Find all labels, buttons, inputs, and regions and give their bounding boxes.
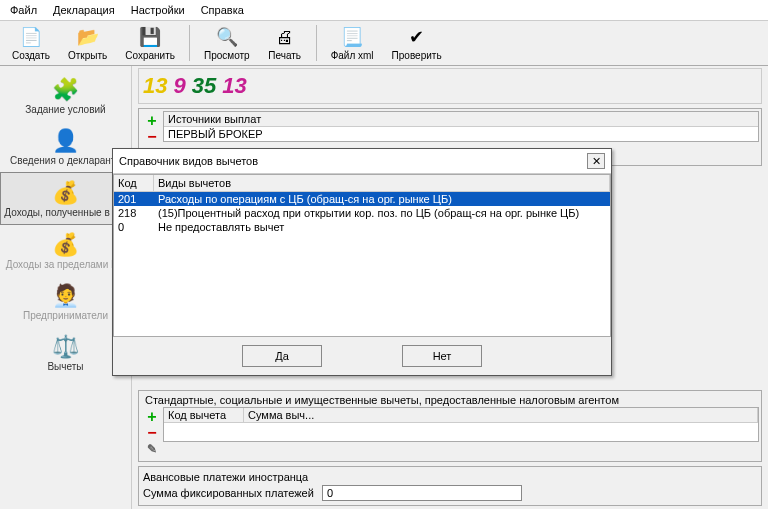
dialog-no-button[interactable]: Нет xyxy=(402,345,482,367)
deductions-controls: + − ✎ xyxy=(141,407,163,459)
save-icon: 💾 xyxy=(138,25,162,49)
dialog-col-type[interactable]: Виды вычетов xyxy=(154,175,610,191)
advance-title: Авансовые платежи иностранца xyxy=(143,471,757,483)
deduction-edit-button[interactable]: ✎ xyxy=(143,441,161,457)
tree-icon: 🧩 xyxy=(52,76,80,104)
scales-icon: ⚖️ xyxy=(52,333,80,361)
print-icon: 🖨 xyxy=(273,25,297,49)
col-deduction-code[interactable]: Код вычета xyxy=(164,408,244,422)
entrepreneur-icon: 🧑‍💼 xyxy=(52,282,80,310)
open-folder-icon: 📂 xyxy=(76,25,100,49)
col-deduction-sum[interactable]: Сумма выч... xyxy=(244,408,758,422)
sources-list[interactable]: Источники выплат ПЕРВЫЙ БРОКЕР xyxy=(163,111,759,142)
menu-help[interactable]: Справка xyxy=(195,2,250,18)
rate-tab-9[interactable]: 9 xyxy=(173,73,185,99)
sidebar-item-conditions[interactable]: 🧩Задание условий xyxy=(0,70,131,121)
coins-icon: 💰 xyxy=(52,179,80,207)
advance-input[interactable] xyxy=(322,485,522,501)
rate-tab-35[interactable]: 35 xyxy=(192,73,216,99)
toolbar-create[interactable]: 📄Создать xyxy=(4,23,58,63)
dialog-col-code[interactable]: Код xyxy=(114,175,154,191)
toolbar-separator xyxy=(189,25,190,61)
dialog-row[interactable]: 0 Не предоставлять вычет xyxy=(114,220,610,234)
source-add-button[interactable]: + xyxy=(143,113,161,129)
deduction-add-button[interactable]: + xyxy=(143,409,161,425)
new-doc-icon: 📄 xyxy=(19,25,43,49)
deductions-block: Стандартные, социальные и имущественные … xyxy=(138,390,762,462)
dialog-yes-button[interactable]: Да xyxy=(242,345,322,367)
advance-block: Авансовые платежи иностранца Сумма фикси… xyxy=(138,466,762,506)
menu-declaration[interactable]: Декларация xyxy=(47,2,121,18)
source-remove-button[interactable]: − xyxy=(143,129,161,145)
close-icon: ✕ xyxy=(592,155,601,168)
menu-settings[interactable]: Настройки xyxy=(125,2,191,18)
deduction-types-dialog: Справочник видов вычетов ✕ Код Виды выче… xyxy=(112,148,612,376)
menu-file[interactable]: Файл xyxy=(4,2,43,18)
person-icon: 👤 xyxy=(52,127,80,155)
toolbar-check[interactable]: ✔Проверить xyxy=(384,23,450,63)
deductions-title: Стандартные, социальные и имущественные … xyxy=(141,393,759,407)
dialog-title: Справочник видов вычетов xyxy=(119,155,258,167)
dialog-grid[interactable]: Код Виды вычетов 201 Расходы по операция… xyxy=(113,174,611,337)
preview-icon: 🔍 xyxy=(215,25,239,49)
advance-label: Сумма фиксированных платежей xyxy=(143,487,314,499)
toolbar-preview[interactable]: 🔍Просмотр xyxy=(196,23,258,63)
toolbar-print[interactable]: 🖨Печать xyxy=(260,23,310,63)
toolbar: 📄Создать 📂Открыть 💾Сохранить 🔍Просмотр 🖨… xyxy=(0,21,768,66)
deduction-remove-button[interactable]: − xyxy=(143,425,161,441)
check-icon: ✔ xyxy=(405,25,429,49)
rate-tabs: 13 9 35 13 xyxy=(138,68,762,104)
rate-tab-13b[interactable]: 13 xyxy=(222,73,246,99)
toolbar-save[interactable]: 💾Сохранить xyxy=(117,23,183,63)
dialog-row[interactable]: 201 Расходы по операциям с ЦБ (обращ-ся … xyxy=(114,192,610,206)
rate-tab-13a[interactable]: 13 xyxy=(143,73,167,99)
source-row[interactable]: ПЕРВЫЙ БРОКЕР xyxy=(164,127,758,141)
xml-icon: 📃 xyxy=(340,25,364,49)
toolbar-xml[interactable]: 📃Файл xml xyxy=(323,23,382,63)
dialog-row[interactable]: 218 (15)Процентный расход при открытии к… xyxy=(114,206,610,220)
toolbar-separator xyxy=(316,25,317,61)
toolbar-open[interactable]: 📂Открыть xyxy=(60,23,115,63)
sources-header: Источники выплат xyxy=(164,112,758,127)
dialog-close-button[interactable]: ✕ xyxy=(587,153,605,169)
menubar: Файл Декларация Настройки Справка xyxy=(0,0,768,21)
coins-gray-icon: 💰 xyxy=(52,231,80,259)
deductions-table[interactable]: Код вычета Сумма выч... xyxy=(163,407,759,442)
